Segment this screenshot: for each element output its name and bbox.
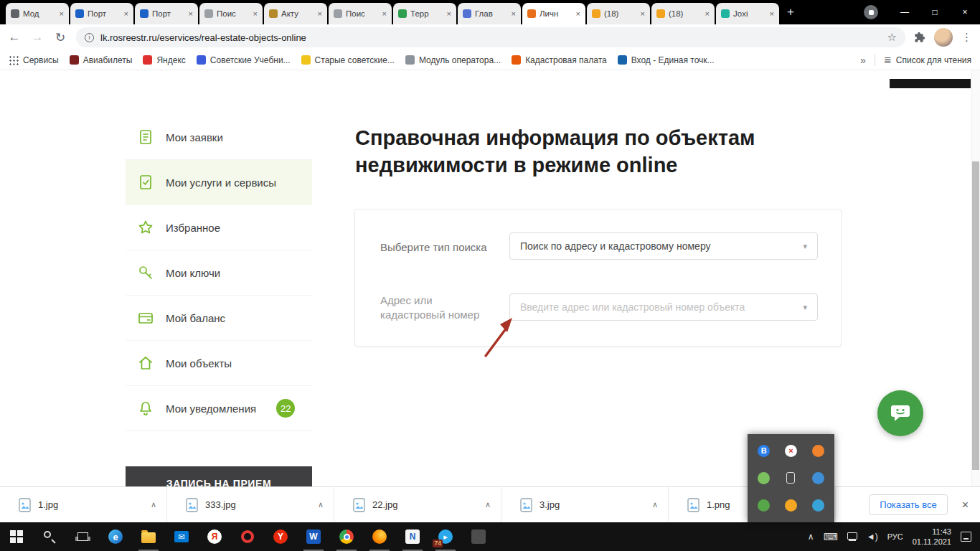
language-indicator[interactable]: РУС [887, 532, 903, 541]
phone-icon[interactable] [786, 472, 795, 484]
download-menu-icon[interactable]: ∧ [652, 500, 658, 509]
volume-icon[interactable]: ◄) [867, 532, 878, 542]
url-text[interactable]: lk.rosreestr.ru/eservices/real-estate-ob… [100, 32, 881, 43]
tab-close-icon[interactable]: × [770, 9, 774, 18]
browser-tab[interactable]: Поис× [199, 3, 263, 24]
site-info-icon[interactable]: i [85, 33, 94, 42]
taskbar-search-button[interactable] [33, 522, 66, 551]
tab-close-icon[interactable]: × [641, 9, 645, 18]
bookmark-item[interactable]: Модуль оператора... [405, 55, 501, 65]
bluetooth-icon[interactable]: B [758, 445, 770, 457]
tab-close-icon[interactable]: × [447, 9, 451, 18]
browser-tab[interactable]: (18)× [587, 3, 650, 24]
tray-expand-icon[interactable]: ∧ [808, 532, 814, 542]
browser-tab[interactable]: Глав× [458, 3, 521, 24]
browser-tab-active[interactable]: Личн× [522, 3, 585, 24]
bookmark-item[interactable]: Вход - Единая точк... [618, 55, 715, 65]
taskbar-app-inactive[interactable] [462, 522, 495, 551]
window-maximize-button[interactable]: □ [920, 0, 950, 24]
bookmark-item[interactable]: Старые советские... [301, 55, 395, 65]
profile-avatar[interactable] [934, 28, 953, 47]
bookmark-item[interactable]: Кадастровая палата [512, 55, 607, 65]
start-button[interactable] [0, 522, 33, 551]
sidebar-item-keys[interactable]: Мои ключи [126, 250, 312, 296]
taskbar-app-firefox[interactable] [363, 522, 396, 551]
browser-tab[interactable]: (18)× [651, 3, 715, 24]
network-icon[interactable] [847, 532, 857, 540]
sidebar-item-balance[interactable]: Мой баланс [126, 296, 312, 341]
taskbar-app-n[interactable]: N [396, 522, 429, 551]
taskbar-clock[interactable]: 11:43 01.11.2021 [913, 527, 951, 547]
bookmarks-overflow-icon[interactable]: » [860, 55, 866, 66]
taskbar-app-edge[interactable]: e [99, 522, 132, 551]
chat-widget-button[interactable] [877, 390, 923, 436]
browser-tab[interactable]: Порт× [70, 3, 133, 24]
forward-icon[interactable]: → [30, 30, 44, 44]
window-close-button[interactable]: × [950, 0, 980, 24]
taskbar-app-word[interactable]: W [297, 522, 330, 551]
tab-close-icon[interactable]: × [705, 9, 710, 18]
address-input-wrap[interactable]: ▾ [509, 293, 818, 321]
download-menu-icon[interactable]: ∧ [151, 500, 156, 509]
tab-close-icon[interactable]: × [576, 9, 580, 18]
bookmark-item[interactable]: Авиабилеты [70, 55, 133, 65]
bookmark-item[interactable]: Яндекс [143, 55, 185, 65]
download-menu-icon[interactable]: ∧ [318, 500, 324, 509]
browser-tab[interactable]: Мод× [6, 3, 69, 24]
taskbar-app-chrome[interactable] [330, 522, 363, 551]
browser-tab[interactable]: Порт× [135, 3, 198, 24]
address-input[interactable] [520, 301, 803, 313]
sidebar-item-favorites[interactable]: Избранное [126, 205, 312, 250]
shield-green-icon[interactable] [758, 499, 770, 512]
taskbar-app-explorer[interactable] [132, 522, 165, 551]
download-item[interactable]: 333.jpg ∧ [167, 487, 334, 522]
download-menu-icon[interactable]: ∧ [485, 500, 491, 509]
close-downloads-bar-icon[interactable]: × [962, 499, 969, 512]
browser-tab[interactable]: Акту× [264, 3, 327, 24]
network-blue-icon[interactable] [812, 499, 824, 512]
browser-tab[interactable]: Joxi× [716, 3, 779, 24]
page-scrollbar[interactable] [971, 70, 980, 486]
download-item[interactable]: 3.jpg ∧ [501, 487, 669, 522]
taskbar-app-yandex[interactable]: Я [198, 522, 231, 551]
scrollbar-thumb[interactable] [972, 161, 979, 470]
new-tab-button[interactable]: + [781, 2, 801, 22]
keyboard-icon[interactable]: ⌨ [824, 531, 838, 542]
messenger-green-icon[interactable] [758, 472, 770, 484]
browser-tab[interactable]: Поис× [329, 3, 392, 24]
download-item[interactable]: 22.jpg ∧ [334, 487, 501, 522]
taskbar-app-opera[interactable] [231, 522, 264, 551]
task-view-button[interactable] [66, 522, 99, 551]
sidebar-item-services[interactable]: Мои услуги и сервисы [126, 160, 312, 205]
taskbar-app-telegram[interactable]: ▸74 [429, 522, 462, 551]
download-item[interactable]: 1.jpg ∧ [0, 487, 167, 522]
bookmark-star-icon[interactable]: ☆ [887, 31, 897, 44]
bookmark-services[interactable]: Сервисы [9, 55, 59, 65]
sidebar-item-applications[interactable]: Мои заявки [126, 115, 312, 160]
search-type-select[interactable]: Поиск по адресу и кадастровому номеру ▾ [509, 232, 818, 260]
window-minimize-button[interactable]: — [890, 0, 920, 24]
extensions-icon[interactable] [914, 32, 925, 43]
taskbar-app-yandex-browser[interactable]: Y [264, 522, 297, 551]
sidebar-item-notifications[interactable]: Мои уведомления 22 [126, 386, 312, 431]
browser-tab[interactable]: Терр× [393, 3, 456, 24]
show-all-downloads-button[interactable]: Показать все [869, 494, 947, 515]
back-icon[interactable]: ← [7, 30, 22, 44]
browser-orange-icon[interactable] [812, 445, 824, 457]
reload-icon[interactable]: ↻ [53, 30, 67, 45]
drive-blue-icon[interactable] [812, 472, 824, 484]
app-orange-icon[interactable] [785, 499, 797, 512]
taskbar-app-mail[interactable]: ✉ [165, 522, 198, 551]
browser-menu-icon[interactable]: ⋮ [961, 31, 973, 44]
appointment-button[interactable]: ЗАПИСЬ НА ПРИЕМ [126, 466, 312, 486]
bookmark-item[interactable]: Советские Учебни... [197, 55, 291, 65]
browser-status-icon[interactable] [864, 5, 878, 19]
sidebar-item-objects[interactable]: Мои объекты [126, 341, 312, 386]
tab-close-icon[interactable]: × [318, 9, 322, 18]
tab-close-icon[interactable]: × [512, 9, 516, 18]
reading-list-button[interactable]: ≣Список для чтения [884, 55, 971, 65]
action-center-icon[interactable] [961, 532, 971, 542]
tab-close-icon[interactable]: × [382, 9, 387, 18]
tab-close-icon[interactable]: × [189, 9, 193, 18]
tab-close-icon[interactable]: × [60, 9, 64, 18]
